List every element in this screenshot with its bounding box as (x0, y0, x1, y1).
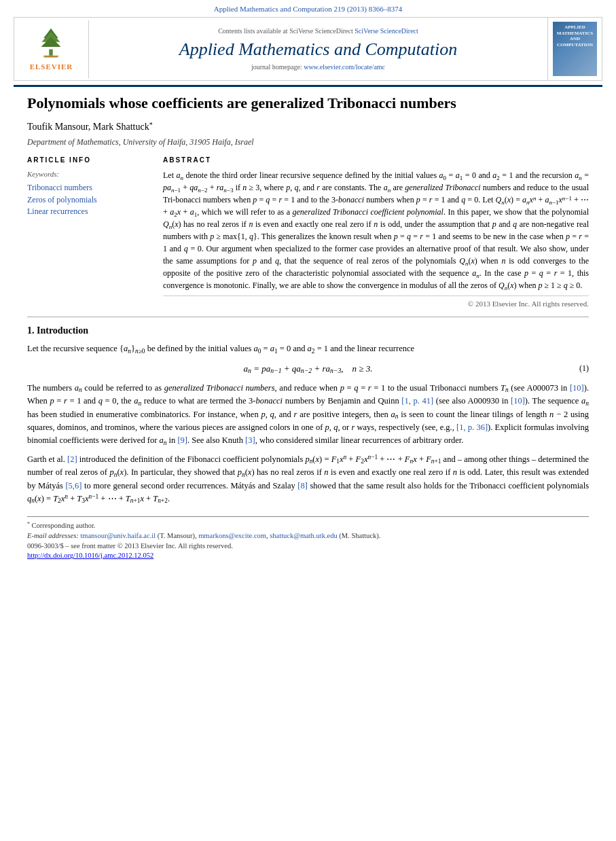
svg-rect-5 (45, 56, 57, 58)
keywords-label: Keywords: (27, 169, 149, 179)
ref-1b-link[interactable]: [1, p. 36] (456, 423, 488, 432)
article-info-abstract: ARTICLE INFO Keywords: Tribonacci number… (27, 156, 589, 309)
intro-section-title: 1. Introduction (27, 324, 589, 338)
equation-1: an = pan−1 + qan−2 + ran−3, n ≥ 3. (1) (27, 363, 589, 375)
email-shattuck[interactable]: shattuck@math.utk.edu (270, 532, 337, 539)
elsevier-brand: ELSEVIER (30, 62, 73, 72)
elsevier-logo-area: ELSEVIER (14, 20, 89, 77)
ref-8-link[interactable]: [8] (297, 481, 308, 490)
abstract-text: Let an denote the third order linear rec… (163, 169, 589, 291)
journal-header-box: ELSEVIER Contents lists available at Sci… (14, 17, 602, 81)
keyword-linear[interactable]: Linear recurrences (27, 206, 149, 217)
intro-para1: Let the recursive sequence {an}n≥0 be de… (27, 342, 589, 355)
footnote-issn: 0096-3003/$ – see front matter © 2013 El… (27, 541, 589, 552)
email-markons[interactable]: mmarkons@excite.com (198, 532, 266, 539)
ref-3-link[interactable]: [3] (245, 435, 255, 445)
ref-9-link[interactable]: [9] (177, 435, 187, 445)
affiliation: Department of Mathematics, University of… (27, 137, 589, 148)
homepage-link[interactable]: www.elsevier.com/locate/amc (304, 63, 385, 71)
ref-10b-link[interactable]: [10] (511, 396, 525, 406)
keyword-zeros[interactable]: Zeros of polynomials (27, 194, 149, 206)
elsevier-logo: ELSEVIER (30, 26, 73, 72)
ref-10-link[interactable]: [10] (570, 383, 584, 393)
ref-2-link[interactable]: [2] (67, 454, 77, 464)
paper-title: Polynomials whose coefficients are gener… (27, 94, 589, 113)
article-info-col: ARTICLE INFO Keywords: Tribonacci number… (27, 156, 149, 309)
copyright-line: © 2013 Elsevier Inc. All rights reserved… (163, 296, 589, 309)
journal-citation: Applied Mathematics and Computation 219 … (0, 0, 616, 14)
ref-1a-link[interactable]: [1, p. 41] (401, 396, 433, 406)
abstract-header: ABSTRACT (163, 156, 589, 165)
footnote-doi: http://dx.doi.org/10.1016/j.amc.2012.12.… (27, 551, 589, 561)
journal-thumbnail-area: APPLIEDMATHEMATICSANDCOMPUTATION (547, 18, 602, 80)
journal-title: Applied Mathematics and Computation (96, 39, 541, 60)
footnote-star: * Corresponding author. (27, 521, 589, 531)
elsevier-tree-icon (31, 26, 71, 60)
equation-content: an = pan−1 + qan−2 + ran−3, n ≥ 3. (244, 363, 373, 375)
article-info-header: ARTICLE INFO (27, 156, 149, 165)
sciverse-link[interactable]: SciVerse ScienceDirect (355, 27, 418, 35)
abstract-col: ABSTRACT Let an denote the third order l… (163, 156, 589, 309)
authors-line: Toufik Mansour, Mark Shattuck* (27, 120, 589, 134)
ref-56-link[interactable]: [5,6] (65, 481, 81, 490)
intro-para3: Garth et al. [2] introduced the definiti… (27, 453, 589, 506)
keyword-tribonacci[interactable]: Tribonacci numbers (27, 182, 149, 194)
journal-title-area: Contents lists available at SciVerse Sci… (89, 21, 547, 77)
footnote-section: * Corresponding author. E-mail addresses… (27, 516, 589, 561)
homepage-line: journal homepage: www.elsevier.com/locat… (96, 62, 541, 72)
journal-thumbnail: APPLIEDMATHEMATICSANDCOMPUTATION (553, 22, 597, 76)
doi-link[interactable]: http://dx.doi.org/10.1016/j.amc.2012.12.… (27, 552, 153, 559)
sciverse-line: Contents lists available at SciVerse Sci… (96, 26, 541, 36)
thumb-text: APPLIEDMATHEMATICSANDCOMPUTATION (557, 24, 593, 48)
section-divider (27, 317, 589, 317)
equation-number: (1) (579, 363, 589, 374)
main-content: Polynomials whose coefficients are gener… (0, 87, 616, 568)
email-mansour[interactable]: tmansour@univ.haifa.ac.il (80, 532, 156, 539)
intro-para2: The numbers an could be referred to as g… (27, 382, 589, 448)
footnote-emails: E-mail addresses: tmansour@univ.haifa.ac… (27, 531, 589, 541)
